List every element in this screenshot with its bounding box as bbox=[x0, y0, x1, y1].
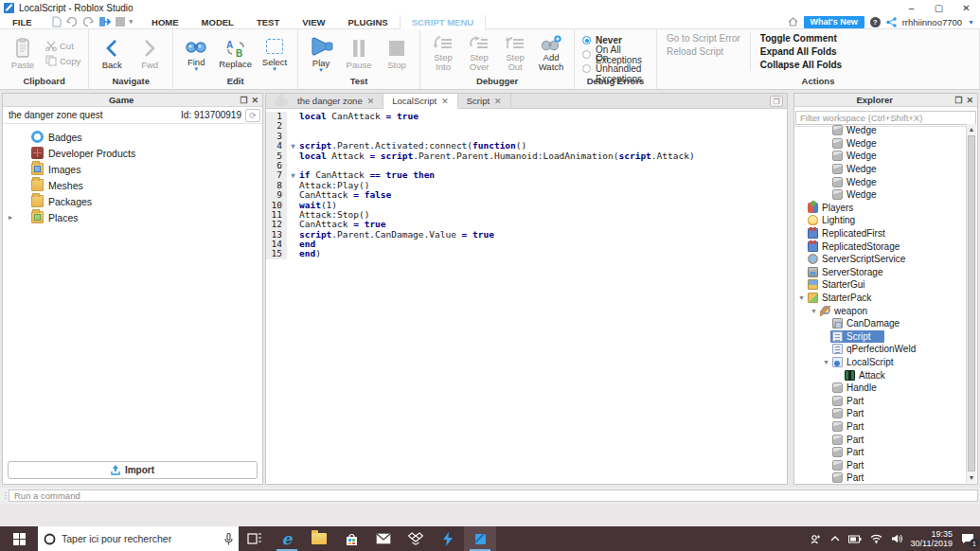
explorer-item-part[interactable]: Part bbox=[795, 433, 966, 446]
fold-arrow-icon[interactable]: ▼ bbox=[287, 141, 299, 151]
taskbar-icon-lightning-app[interactable] bbox=[432, 526, 464, 551]
toggle-comment-button[interactable]: Toggle Comment bbox=[760, 33, 842, 44]
explorer-filter-input[interactable] bbox=[795, 111, 976, 125]
cut-button[interactable]: Cut bbox=[45, 41, 80, 51]
people-icon[interactable] bbox=[811, 534, 822, 544]
editor-tab-script[interactable]: Script✕ bbox=[458, 94, 511, 108]
explorer-scrollbar[interactable]: ▲ ▼ bbox=[966, 124, 976, 483]
new-file-icon[interactable] bbox=[52, 16, 62, 27]
explorer-item-part[interactable]: Part bbox=[795, 446, 966, 459]
user-menu-caret-icon[interactable]: ▼ bbox=[968, 19, 974, 26]
explorer-item-replicatedfirst[interactable]: ReplicatedFirst bbox=[795, 227, 966, 240]
microphone-icon[interactable] bbox=[224, 533, 233, 545]
code-line-2[interactable]: 2 bbox=[266, 121, 787, 131]
scroll-down-icon[interactable]: ▼ bbox=[967, 472, 976, 483]
explorer-item-replicatedstorage[interactable]: ReplicatedStorage bbox=[795, 240, 966, 253]
menu-tab-view[interactable]: VIEW bbox=[291, 15, 336, 29]
explorer-item-script[interactable]: Script bbox=[795, 330, 966, 344]
close-button[interactable]: ✕ bbox=[953, 0, 980, 15]
reload-script-button[interactable]: Reload Script bbox=[667, 46, 740, 57]
taskbar-icon-dropbox[interactable] bbox=[400, 526, 432, 551]
taskbar-icon-file-explorer[interactable] bbox=[303, 526, 335, 551]
explorer-item-serverstorage[interactable]: ServerStorage bbox=[795, 266, 966, 279]
explorer-item-wedge[interactable]: Wedge bbox=[795, 137, 966, 151]
taskbar-icon-roblox-studio[interactable] bbox=[464, 526, 496, 551]
explorer-item-part[interactable]: Part bbox=[795, 471, 966, 483]
step-out-button[interactable]: Step Out bbox=[500, 35, 530, 72]
taskbar-search[interactable]: Taper ici pour rechercher bbox=[38, 526, 239, 551]
redo-icon[interactable] bbox=[82, 17, 94, 27]
file-menu[interactable]: FILE bbox=[0, 17, 45, 27]
select-button[interactable]: Select ▼ bbox=[259, 37, 290, 71]
find-dropdown-caret[interactable]: ▼ bbox=[193, 68, 199, 71]
explorer-item-wedge[interactable]: Wedge bbox=[795, 188, 966, 202]
quick-access-more-icon[interactable]: ▾ bbox=[130, 18, 134, 26]
code-line-13[interactable]: 13script.Parent.CanDamage.Value = true bbox=[266, 230, 787, 240]
expander-icon[interactable]: ▼ bbox=[822, 359, 830, 365]
play-dropdown-caret[interactable]: ▼ bbox=[318, 69, 324, 72]
explorer-item-serverscriptservice[interactable]: ServerScriptService bbox=[795, 253, 966, 266]
username[interactable]: rrhhiinnoo7700 bbox=[902, 17, 962, 27]
pause-button[interactable]: Pause bbox=[344, 38, 374, 70]
game-tree-item-badges[interactable]: Badges bbox=[3, 129, 262, 145]
minimize-button[interactable]: – bbox=[898, 0, 925, 15]
go-to-script-error-button[interactable]: Go to Script Error bbox=[667, 33, 740, 44]
editor-float-icon[interactable]: ❐ bbox=[770, 96, 783, 107]
step-into-button[interactable]: Step Into bbox=[428, 35, 458, 72]
explorer-item-part[interactable]: Part bbox=[795, 407, 966, 420]
expander-icon[interactable]: ▸ bbox=[9, 213, 12, 222]
expander-icon[interactable]: ▼ bbox=[810, 308, 818, 314]
wifi-icon[interactable] bbox=[870, 534, 882, 543]
explorer-item-wedge[interactable]: Wedge bbox=[795, 150, 966, 163]
game-tree-item-places[interactable]: ▸Places bbox=[3, 209, 262, 225]
code-area[interactable]: 1local CanAttack = true234▼script.Parent… bbox=[266, 109, 787, 484]
game-float-icon[interactable]: ❐ bbox=[240, 96, 247, 105]
game-tree-item-developer-products[interactable]: Developer Products bbox=[3, 145, 262, 161]
code-line-9[interactable]: 9CanAttack = false bbox=[266, 190, 787, 200]
tab-close-icon[interactable]: ✕ bbox=[367, 97, 375, 106]
explorer-item-handle[interactable]: Handle bbox=[795, 382, 966, 395]
taskbar-icon-task-view[interactable] bbox=[239, 526, 271, 551]
menu-tab-test[interactable]: TEST bbox=[245, 15, 291, 29]
select-dropdown-caret[interactable]: ▼ bbox=[272, 68, 277, 71]
tab-close-icon[interactable]: ✕ bbox=[441, 97, 449, 106]
explorer-item-starterpack[interactable]: ▼StarterPack bbox=[795, 292, 966, 305]
code-line-1[interactable]: 1local CanAttack = true bbox=[266, 112, 787, 121]
action-center-icon[interactable]: 1 bbox=[961, 533, 974, 544]
stop-button[interactable]: Stop bbox=[382, 38, 412, 70]
explorer-item-part[interactable]: Part bbox=[795, 420, 966, 434]
explorer-item-lighting[interactable]: Lighting bbox=[795, 214, 966, 227]
maximize-button[interactable]: ▢ bbox=[925, 0, 953, 15]
help-icon[interactable]: ? bbox=[870, 17, 881, 27]
volume-icon[interactable] bbox=[891, 534, 902, 543]
game-close-icon[interactable]: ✕ bbox=[251, 96, 258, 105]
tray-expand-icon[interactable] bbox=[830, 536, 840, 542]
import-button[interactable]: Import bbox=[8, 461, 258, 479]
back-button[interactable]: Back bbox=[97, 38, 127, 70]
explorer-item-wedge[interactable]: Wedge bbox=[795, 124, 966, 137]
game-tree-item-images[interactable]: Images bbox=[3, 161, 262, 177]
explorer-item-weapon[interactable]: ▼weapon bbox=[795, 304, 966, 317]
undo-icon[interactable] bbox=[66, 17, 78, 27]
explorer-item-wedge[interactable]: Wedge bbox=[795, 163, 966, 176]
menu-tab-home[interactable]: HOME bbox=[140, 15, 190, 29]
paste-button[interactable]: Paste bbox=[8, 38, 38, 70]
replace-button[interactable]: AB Replace bbox=[219, 39, 252, 69]
code-line-5[interactable]: 5local Attack = script.Parent.Parent.Hum… bbox=[266, 151, 787, 161]
explorer-item-candamage[interactable]: CanDamage bbox=[795, 317, 966, 330]
step-over-button[interactable]: Step Over bbox=[464, 35, 494, 72]
explorer-item-localscript[interactable]: ▼LocalScript bbox=[795, 356, 966, 369]
taskbar-icon-edge[interactable]: e bbox=[271, 526, 303, 551]
explorer-item-startergui[interactable]: StarterGui bbox=[795, 278, 966, 292]
explorer-close-icon[interactable]: ✕ bbox=[966, 96, 973, 105]
add-watch-button[interactable]: Add Watch bbox=[536, 35, 566, 72]
forward-button[interactable]: Fwd bbox=[134, 38, 165, 70]
menu-tab-model[interactable]: MODEL bbox=[190, 15, 245, 29]
refresh-button[interactable]: ⟳ bbox=[245, 109, 260, 122]
explorer-item-part[interactable]: Part bbox=[795, 394, 966, 407]
stop-tool-icon[interactable] bbox=[116, 17, 125, 27]
share-icon[interactable] bbox=[886, 17, 897, 27]
command-bar-grip[interactable]: ⋮ bbox=[0, 491, 9, 500]
debug-option-on-unhandled-exceptions[interactable]: On Unhandled Exceptions bbox=[582, 62, 649, 76]
code-line-14[interactable]: 14end bbox=[266, 240, 787, 249]
